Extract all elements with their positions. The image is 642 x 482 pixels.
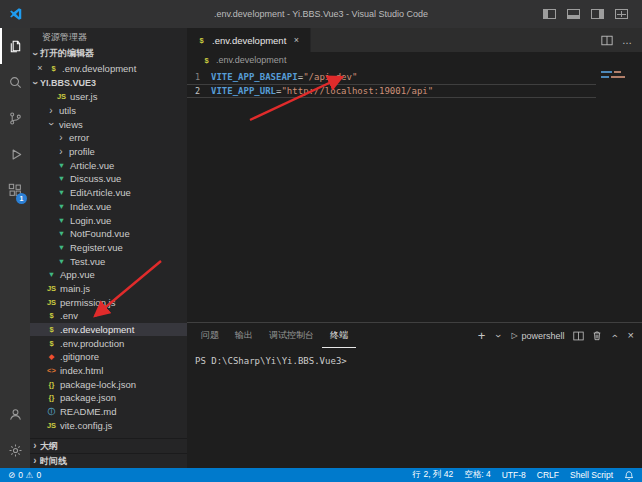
project-root-label: YI.BBS.VUE3 (40, 78, 96, 88)
md-icon: ⓘ (46, 407, 57, 417)
maximize-panel-chevron-up-icon[interactable]: › (610, 331, 620, 341)
kill-terminal-trash-icon[interactable] (592, 330, 602, 341)
tree-item-label: EditArticle.vue (70, 187, 131, 198)
tree-item-readme-md[interactable]: ⓘREADME.md (30, 405, 187, 419)
tree-item-package-lock-json[interactable]: {}package-lock.json (30, 377, 187, 391)
status-problems[interactable]: ⊘ 0 ⚠ 0 (8, 470, 41, 480)
project-root-header[interactable]: › YI.BBS.VUE3 (30, 75, 187, 90)
chevron-down-icon: › (30, 78, 40, 88)
tree-item-app-vue[interactable]: ▼App.vue (30, 268, 187, 282)
tree-item-editarticle-vue[interactable]: ▼EditArticle.vue (30, 186, 187, 200)
tree-item-vite-config-js[interactable]: JSvite.config.js (30, 419, 187, 433)
tree-item-label: vite.config.js (60, 420, 112, 431)
code-line-1[interactable]: 1VITE_APP_BASEAPI="/api-dev" (187, 70, 596, 84)
vue-icon: ▼ (56, 161, 67, 170)
breadcrumb[interactable]: $ .env.development (187, 52, 642, 68)
open-editors-label: 打开的编辑器 (40, 47, 94, 60)
account-icon[interactable] (0, 396, 30, 432)
customize-layout-icon[interactable] (615, 9, 628, 19)
tab-label: .env.development (212, 35, 286, 46)
more-actions-icon[interactable]: … (622, 35, 632, 46)
tree-item-views[interactable]: ›views (30, 117, 187, 131)
vue-icon: ▼ (56, 202, 67, 211)
terminal-shell-select[interactable]: ▷ powershell (511, 331, 564, 341)
minimap[interactable] (598, 68, 642, 322)
tree-item-index-html[interactable]: <>index.html (30, 364, 187, 378)
panel-tabs: 问题输出调试控制台终端 (193, 323, 356, 348)
open-editors-header[interactable]: › 打开的编辑器 (30, 46, 187, 61)
explorer-sidebar: 资源管理器 › 打开的编辑器 × $ .env.development › YI… (30, 28, 187, 468)
tree-item-utils[interactable]: ›utils (30, 104, 187, 118)
explorer-icon[interactable] (0, 28, 30, 64)
section-label: 大纲 (40, 440, 58, 453)
vscode-logo-icon[interactable] (9, 7, 23, 21)
notifications-bell-icon[interactable] (624, 470, 634, 481)
tree-item-login-vue[interactable]: ▼Login.vue (30, 213, 187, 227)
tree-item-label: views (59, 119, 83, 130)
panel-tab-debug-console[interactable]: 调试控制台 (261, 323, 322, 348)
panel-tab-output[interactable]: 输出 (227, 323, 261, 348)
tree-item-permission-js[interactable]: JSpermission.js (30, 295, 187, 309)
chevron-down-icon[interactable]: › (493, 331, 503, 341)
open-editor-item[interactable]: × $ .env.development (30, 61, 187, 75)
open-editor-label: .env.development (62, 63, 136, 74)
tree-item-label: Article.vue (70, 160, 114, 171)
env-icon: $ (46, 339, 57, 348)
tree-item-label: Discuss.vue (70, 173, 121, 184)
close-panel-icon[interactable]: × (628, 330, 634, 341)
terminal-output[interactable]: PS D:\CSharp\Yi\Yi.BBS.Vue3> (187, 348, 642, 468)
search-icon[interactable] (0, 64, 30, 100)
chevron-down-icon: › (30, 49, 40, 59)
close-icon[interactable]: × (291, 35, 301, 45)
tree-item-main-js[interactable]: JSmain.js (30, 282, 187, 296)
status-right-items: 行 2, 列 42空格: 4UTF-8CRLFShell Script (413, 469, 613, 481)
tree-item-notfound-vue[interactable]: ▼NotFound.vue (30, 227, 187, 241)
env-icon: $ (196, 36, 207, 45)
code-line-2[interactable]: 2VITE_APP_URL="http://localhost:19001/ap… (187, 84, 596, 98)
tree-item-profile[interactable]: ›profile (30, 145, 187, 159)
status-eol[interactable]: CRLF (537, 470, 559, 480)
source-control-icon[interactable] (0, 100, 30, 136)
code-token: "http://localhost:19001/api" (281, 86, 433, 96)
section-timeline[interactable]: ›时间线 (30, 453, 187, 468)
status-encoding[interactable]: UTF-8 (502, 470, 526, 480)
tab-env-development[interactable]: $ .env.development × (187, 28, 311, 52)
tree-item-label: .gitignore (60, 351, 99, 362)
toggle-panel-icon[interactable] (567, 9, 580, 19)
tree-item-test-vue[interactable]: ▼Test.vue (30, 254, 187, 268)
tree-item-env-development[interactable]: $.env.development (30, 323, 187, 337)
tree-item-register-vue[interactable]: ▼Register.vue (30, 241, 187, 255)
env-icon: $ (46, 325, 57, 334)
section-outline[interactable]: ›大纲 (30, 438, 187, 453)
close-icon[interactable]: × (35, 63, 45, 73)
split-editor-icon[interactable] (601, 35, 613, 46)
split-terminal-icon[interactable] (573, 331, 584, 341)
breadcrumb-item[interactable]: .env.development (216, 55, 286, 65)
tree-item-label: Register.vue (70, 242, 123, 253)
code-editor[interactable]: 1VITE_APP_BASEAPI="/api-dev"2VITE_APP_UR… (187, 68, 642, 322)
tree-item-user-js[interactable]: JSuser.js (30, 90, 187, 104)
tree-item-package-json[interactable]: {}package.json (30, 391, 187, 405)
bottom-panel: 问题输出调试控制台终端 + › ▷ powershell (187, 322, 642, 468)
status-cursor-position[interactable]: 行 2, 列 42 (413, 469, 454, 481)
tree-item-env[interactable]: $.env (30, 309, 187, 323)
status-indentation[interactable]: 空格: 4 (464, 469, 490, 481)
tree-item-label: utils (59, 105, 76, 116)
toggle-primary-sidebar-icon[interactable] (543, 9, 556, 19)
tree-item-discuss-vue[interactable]: ▼Discuss.vue (30, 172, 187, 186)
tree-item-error[interactable]: ›error (30, 131, 187, 145)
run-debug-icon[interactable] (0, 136, 30, 172)
new-terminal-icon[interactable]: + (478, 329, 486, 342)
tree-item-label: user.js (70, 91, 97, 102)
toggle-secondary-sidebar-icon[interactable] (591, 9, 604, 19)
panel-tab-problems[interactable]: 问题 (193, 323, 227, 348)
extensions-icon[interactable]: 1 (0, 172, 30, 208)
git-icon: ◆ (46, 352, 57, 361)
tree-item-env-production[interactable]: $.env.production (30, 336, 187, 350)
settings-gear-icon[interactable] (0, 432, 30, 468)
tree-item-gitignore[interactable]: ◆.gitignore (30, 350, 187, 364)
tree-item-index-vue[interactable]: ▼Index.vue (30, 200, 187, 214)
tree-item-article-vue[interactable]: ▼Article.vue (30, 158, 187, 172)
status-language-mode[interactable]: Shell Script (570, 470, 613, 480)
panel-tab-terminal[interactable]: 终端 (322, 323, 356, 348)
